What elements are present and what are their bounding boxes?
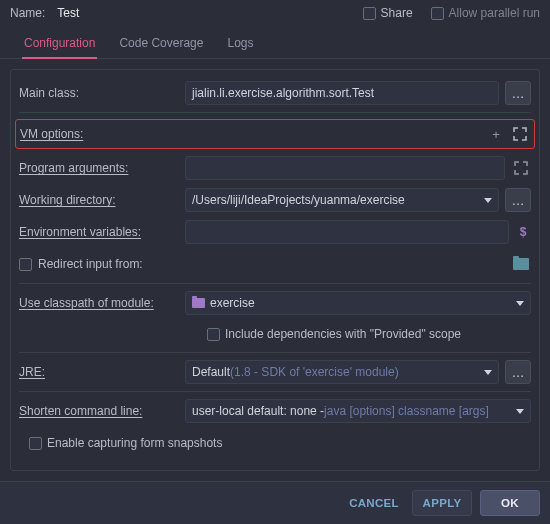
expand-icon [512, 126, 528, 142]
header-row: Name: Test Share Allow parallel run [0, 0, 550, 24]
expand-button[interactable] [510, 122, 530, 146]
jre-select[interactable]: Default (1.8 - SDK of 'exercise' module) [185, 360, 499, 384]
tab-bar: Configuration Code Coverage Logs [0, 24, 550, 59]
classpath-value: exercise [210, 296, 255, 310]
shorten-label: Shorten command line: [19, 404, 179, 418]
working-dir-input[interactable]: /Users/liji/IdeaProjects/yuanma/exercise [185, 188, 499, 212]
tab-configuration[interactable]: Configuration [12, 30, 107, 58]
share-checkbox[interactable]: Share [363, 6, 413, 20]
working-dir-browse-button[interactable]: … [505, 188, 531, 212]
redirect-label: Redirect input from: [38, 257, 143, 271]
jre-label: JRE: [19, 365, 179, 379]
chevron-down-icon [484, 198, 492, 203]
ellipsis-icon: … [512, 86, 525, 101]
redirect-checkbox[interactable]: Redirect input from: [19, 257, 179, 271]
checkbox-icon [431, 7, 444, 20]
main-class-label: Main class: [19, 86, 179, 100]
jre-browse-button[interactable]: … [505, 360, 531, 384]
env-vars-label: Environment variables: [19, 225, 179, 239]
shorten-select[interactable]: user-local default: none - java [options… [185, 399, 531, 423]
ok-button[interactable]: OK [480, 490, 540, 516]
module-icon [192, 298, 205, 308]
allow-parallel-checkbox[interactable]: Allow parallel run [431, 6, 540, 20]
dialog-footer: CANCEL APPLY OK [0, 481, 550, 524]
redirect-input: . [185, 252, 505, 276]
chevron-down-icon [516, 301, 524, 306]
row-working-directory: Working directory: /Users/liji/IdeaProje… [19, 187, 531, 213]
working-dir-label: Working directory: [19, 193, 179, 207]
shorten-suffix: java [options] classname [args] [324, 404, 489, 418]
configuration-panel: Main class: jialin.li.exercise.algorithm… [10, 69, 540, 471]
main-class-input[interactable]: jialin.li.exercise.algorithm.sort.Test [185, 81, 499, 105]
shorten-prefix: user-local default: none - [192, 404, 324, 418]
row-redirect-input: Redirect input from: . [19, 251, 531, 277]
tab-logs[interactable]: Logs [215, 30, 265, 58]
program-args-label: Program arguments: [19, 161, 179, 175]
folder-button[interactable] [511, 258, 531, 270]
separator [19, 352, 531, 353]
classpath-select[interactable]: exercise [185, 291, 531, 315]
row-vm-options: VM options: + [15, 119, 535, 149]
jre-value-prefix: Default [192, 365, 230, 379]
separator [19, 283, 531, 284]
expand-icon [513, 160, 529, 176]
enable-snapshots-checkbox[interactable]: Enable capturing form snapshots [29, 436, 222, 450]
row-shorten: Shorten command line: user-local default… [19, 398, 531, 424]
share-label: Share [381, 6, 413, 20]
main-class-value: jialin.li.exercise.algorithm.sort.Test [192, 86, 374, 100]
classpath-label: Use classpath of module: [19, 296, 179, 310]
checkbox-icon [207, 328, 220, 341]
name-value[interactable]: Test [57, 6, 79, 20]
checkbox-icon [363, 7, 376, 20]
ellipsis-icon: … [512, 193, 525, 208]
include-provided-checkbox[interactable]: Include dependencies with "Provided" sco… [207, 327, 461, 341]
separator [19, 112, 531, 113]
env-vars-input[interactable]: . [185, 220, 509, 244]
row-env-variables: Environment variables: . $ [19, 219, 531, 245]
dollar-icon[interactable]: $ [515, 225, 531, 239]
vm-options-label: VM options: [20, 127, 176, 141]
allow-parallel-label: Allow parallel run [449, 6, 540, 20]
chevron-down-icon [516, 409, 524, 414]
row-include-provided: Include dependencies with "Provided" sco… [19, 322, 531, 346]
row-enable-snapshots: Enable capturing form snapshots [19, 430, 531, 456]
expand-button[interactable] [511, 156, 531, 180]
row-jre: JRE: Default (1.8 - SDK of 'exercise' mo… [19, 359, 531, 385]
working-dir-value: /Users/liji/IdeaProjects/yuanma/exercise [192, 193, 405, 207]
name-label: Name: [10, 6, 45, 20]
checkbox-icon [29, 437, 42, 450]
row-main-class: Main class: jialin.li.exercise.algorithm… [19, 80, 531, 106]
program-args-input[interactable]: . [185, 156, 505, 180]
add-icon[interactable]: + [488, 126, 504, 142]
tab-code-coverage[interactable]: Code Coverage [107, 30, 215, 58]
checkbox-icon [19, 258, 32, 271]
folder-icon [513, 258, 529, 270]
main-class-browse-button[interactable]: … [505, 81, 531, 105]
row-classpath: Use classpath of module: exercise [19, 290, 531, 316]
cancel-button[interactable]: CANCEL [344, 490, 404, 516]
apply-button[interactable]: APPLY [412, 490, 472, 516]
include-provided-label: Include dependencies with "Provided" sco… [225, 327, 461, 341]
jre-value-suffix: (1.8 - SDK of 'exercise' module) [230, 365, 399, 379]
chevron-down-icon [484, 370, 492, 375]
separator [19, 391, 531, 392]
ellipsis-icon: … [512, 365, 525, 380]
enable-snapshots-label: Enable capturing form snapshots [47, 436, 222, 450]
row-program-arguments: Program arguments: . [19, 155, 531, 181]
